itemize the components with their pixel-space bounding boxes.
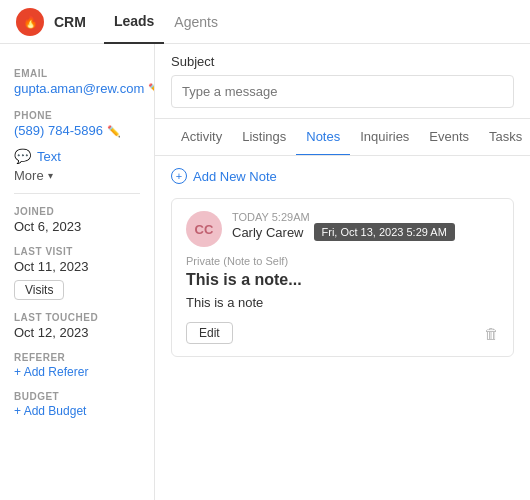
- add-note-icon: +: [171, 168, 187, 184]
- note-tooltip: Fri, Oct 13, 2023 5:29 AM: [314, 223, 455, 241]
- add-budget-button[interactable]: + Add Budget: [14, 404, 140, 418]
- tab-activity[interactable]: Activity: [171, 119, 232, 156]
- avatar: CC: [186, 211, 222, 247]
- tab-tasks[interactable]: Tasks: [479, 119, 530, 156]
- tab-notes[interactable]: Notes: [296, 119, 350, 156]
- last-touched-label: LAST TOUCHED: [14, 312, 140, 323]
- edit-button[interactable]: Edit: [186, 322, 233, 344]
- note-header: CC TODAY 5:29AM Carly Carew Fri, Oct 13,…: [186, 211, 499, 247]
- nav-brand: CRM: [54, 14, 86, 30]
- note-time: TODAY 5:29AM: [232, 211, 310, 223]
- tabs-bar: Activity Listings Notes Inquiries Events…: [155, 119, 530, 156]
- note-footer: Edit 🗑: [186, 322, 499, 344]
- visits-button[interactable]: Visits: [14, 280, 64, 300]
- email-label: EMAIL: [14, 68, 140, 79]
- more-button[interactable]: More ▾: [14, 168, 140, 183]
- last-visit-label: LAST VISIT: [14, 246, 140, 257]
- nav-leads[interactable]: Leads: [104, 0, 164, 44]
- note-card: CC TODAY 5:29AM Carly Carew Fri, Oct 13,…: [171, 198, 514, 357]
- more-btn-label: More: [14, 168, 44, 183]
- delete-icon[interactable]: 🗑: [484, 325, 499, 342]
- note-meta: TODAY 5:29AM Carly Carew Fri, Oct 13, 20…: [232, 211, 499, 241]
- tab-events[interactable]: Events: [419, 119, 479, 156]
- chevron-down-icon: ▾: [48, 170, 53, 181]
- phone-value[interactable]: (589) 784-5896: [14, 123, 103, 138]
- nav-agents[interactable]: Agents: [164, 0, 228, 44]
- nav-logo: 🔥: [16, 8, 44, 36]
- phone-edit-icon[interactable]: ✏️: [107, 125, 121, 138]
- add-note-label: Add New Note: [193, 169, 277, 184]
- email-edit-icon[interactable]: ✏️: [148, 83, 155, 96]
- add-referer-button[interactable]: + Add Referer: [14, 365, 140, 379]
- subject-label: Subject: [171, 54, 514, 69]
- text-btn-label: Text: [37, 149, 61, 164]
- note-author-name: Carly Carew: [232, 225, 304, 240]
- note-private-label: Private (Note to Self): [186, 255, 499, 267]
- phone-label: PHONE: [14, 110, 140, 121]
- message-area: Subject: [155, 44, 530, 119]
- sidebar: EMAIL gupta.aman@rew.com ✏️ PHONE (589) …: [0, 44, 155, 500]
- joined-label: JOINED: [14, 206, 140, 217]
- last-visit-value: Oct 11, 2023: [14, 259, 140, 274]
- tab-inquiries[interactable]: Inquiries: [350, 119, 419, 156]
- budget-label: BUDGET: [14, 391, 140, 402]
- text-button[interactable]: 💬 Text: [14, 148, 140, 164]
- message-input[interactable]: [171, 75, 514, 108]
- note-title: This is a note...: [186, 271, 499, 289]
- last-touched-value: Oct 12, 2023: [14, 325, 140, 340]
- tab-listings[interactable]: Listings: [232, 119, 296, 156]
- notes-area: + Add New Note CC TODAY 5:29AM Carly Car…: [155, 156, 530, 500]
- top-nav: 🔥 CRM Leads Agents: [0, 0, 530, 44]
- email-value[interactable]: gupta.aman@rew.com: [14, 81, 144, 96]
- add-note-button[interactable]: + Add New Note: [171, 168, 514, 184]
- joined-value: Oct 6, 2023: [14, 219, 140, 234]
- content-area: Subject Activity Listings Notes Inquirie…: [155, 44, 530, 500]
- main-layout: EMAIL gupta.aman@rew.com ✏️ PHONE (589) …: [0, 44, 530, 500]
- comment-icon: 💬: [14, 148, 31, 164]
- referer-label: REFERER: [14, 352, 140, 363]
- note-body: This is a note: [186, 295, 499, 310]
